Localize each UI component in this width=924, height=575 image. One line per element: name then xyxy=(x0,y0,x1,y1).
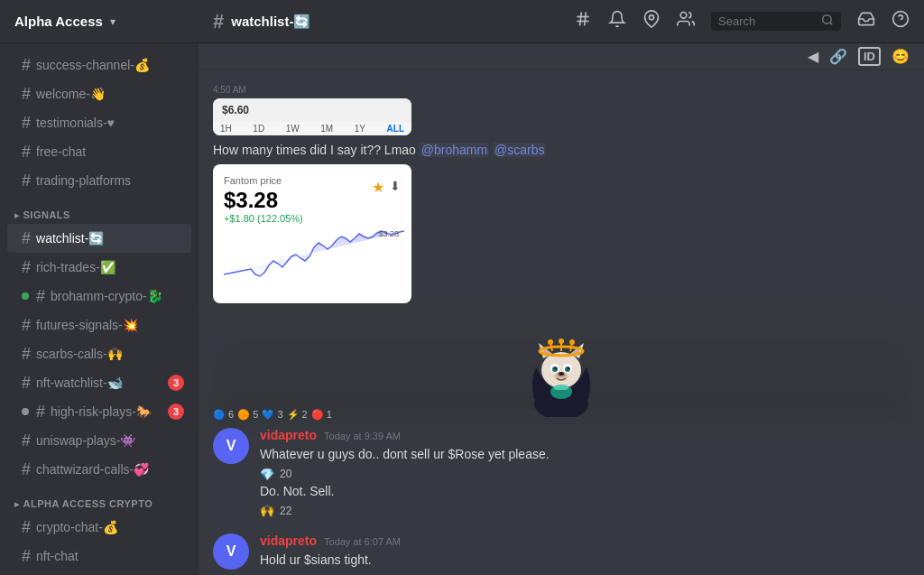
channel-item-richtrades[interactable]: # rich-trades-✅ xyxy=(7,253,191,282)
channel-item-futures[interactable]: # futures-signals-💥 xyxy=(7,311,191,339)
message-time-3: Today at 6:07 AM xyxy=(324,536,401,547)
download-icon[interactable]: ⬇ xyxy=(390,179,401,196)
server-name: Alpha Access xyxy=(14,14,103,29)
message-group-3: V vidapreto Today at 6:07 AM Hold ur $si… xyxy=(213,533,910,573)
svg-point-21 xyxy=(548,339,553,345)
channel-item-watchlist[interactable]: # watchlist-🔄 xyxy=(7,224,191,253)
server-header[interactable]: Alpha Access ▾ xyxy=(0,14,199,29)
hash-icon: # xyxy=(22,57,31,73)
inbox-icon[interactable] xyxy=(857,10,875,32)
search-icon xyxy=(821,14,834,29)
channel-item-welcome[interactable]: # welcome-👋 xyxy=(7,79,191,108)
channel-item-trading[interactable]: # trading-platforms xyxy=(7,166,191,195)
avatar-vidapreto-2: V xyxy=(213,533,249,570)
category-label-text: SIGNALS xyxy=(23,209,70,220)
svg-point-28 xyxy=(555,367,557,369)
hash-icon: # xyxy=(22,375,31,391)
channel-name: scarbs-calls-🙌 xyxy=(36,347,184,361)
channel-name: trading-platforms xyxy=(36,173,184,188)
channel-item-uniswap[interactable]: # uniswap-plays-👾 xyxy=(7,426,191,455)
channel-item-scarbs[interactable]: # scarbs-calls-🙌 xyxy=(7,339,191,368)
channel-header-name: watchlist-🔄 xyxy=(231,14,310,30)
hashtag-icon[interactable] xyxy=(574,10,592,32)
fantom-embed: Fantom price $3.28 +$1.80 (122.05%) ★ ⬇ … xyxy=(213,164,411,303)
blurred-section: 🔵 6 🟠 5 💙 3 ⚡ 2 🔴 1 xyxy=(213,318,910,421)
category-label-text: ALPHA ACCESS CRYPTO xyxy=(23,498,153,509)
hash-icon: # xyxy=(22,144,31,160)
embed-title: Fantom price xyxy=(224,175,303,186)
channel-name: futures-signals-💥 xyxy=(36,318,184,332)
channel-item-freechat[interactable]: # free-chat xyxy=(7,137,191,166)
channel-name: high-risk-plays-🐎 xyxy=(51,404,168,419)
svg-line-7 xyxy=(830,23,833,25)
message-text-1: How many times did I say it?? Lmao @broh… xyxy=(213,143,910,157)
channel-name: chattwizard-calls-💞 xyxy=(36,462,184,477)
hash-icon: # xyxy=(22,259,31,275)
channel-name: free-chat xyxy=(36,144,184,159)
message-content-2: vidapreto Today at 9:39 AM Whatever u gu… xyxy=(260,428,910,519)
channel-item-chattwizard[interactable]: # chattwizard-calls-💞 xyxy=(7,455,191,484)
emoji-icon[interactable]: 😊 xyxy=(892,48,910,65)
category-alpha: ▸ ALPHA ACCESS CRYPTO xyxy=(0,484,199,513)
channel-name: watchlist-🔄 xyxy=(36,231,184,246)
channel-item-nftchat[interactable]: # nft-chat xyxy=(7,542,191,570)
search-bar[interactable] xyxy=(711,12,841,31)
hash-icon: # xyxy=(22,346,31,362)
channel-name: success-channel-💰 xyxy=(36,58,184,72)
channel-item-success[interactable]: # success-channel-💰 xyxy=(7,51,191,79)
star-icon[interactable]: ★ xyxy=(372,179,384,196)
hash-icon: # xyxy=(22,317,31,333)
bell-icon[interactable] xyxy=(608,10,626,32)
message-group-1: 4:50 AM $6.60 1H 1D 1W 1M 1Y ALL How ma xyxy=(213,85,910,311)
svg-point-26 xyxy=(552,366,558,372)
app-layout: # success-channel-💰 # welcome-👋 # testim… xyxy=(0,43,924,575)
hands-count: 22 xyxy=(280,505,291,517)
id-badge[interactable]: ID xyxy=(858,47,881,66)
channel-item-cryptochat[interactable]: # crypto-chat-💰 xyxy=(7,513,191,542)
reaction-row-hands: 🙌 22 xyxy=(260,504,910,517)
channel-item-highrisk[interactable]: # high-risk-plays-🐎 3 xyxy=(7,397,191,426)
svg-point-29 xyxy=(568,367,569,369)
message-line-2: Do. Not. Sell. xyxy=(260,483,910,501)
wolf-mascot xyxy=(516,318,606,421)
channel-list: # success-channel-💰 # welcome-👋 # testim… xyxy=(0,43,199,575)
embed-price: $3.28 xyxy=(224,188,303,213)
hash-icon: # xyxy=(22,548,31,564)
pin-icon[interactable] xyxy=(642,10,661,32)
back-icon[interactable]: ◀ xyxy=(808,48,818,65)
server-dropdown-icon: ▾ xyxy=(110,15,116,28)
hash-icon: # xyxy=(22,115,31,131)
channel-name: nft-watchlist-🐋 xyxy=(36,376,168,390)
hash-icon: # xyxy=(36,288,45,304)
header-actions xyxy=(574,10,910,32)
channel-item-brohamm[interactable]: # brohamm-crypto-🐉 xyxy=(7,282,191,311)
channel-item-testimonials[interactable]: # testimonials-♥ xyxy=(7,108,191,137)
price-card-top: $6.60 xyxy=(213,98,411,122)
svg-point-22 xyxy=(559,339,564,344)
channel-name: uniswap-plays-👾 xyxy=(36,433,184,448)
channel-name: welcome-👋 xyxy=(36,87,184,101)
category-collapse-icon: ▸ xyxy=(14,499,20,509)
dot-indicator xyxy=(22,408,29,415)
help-icon[interactable] xyxy=(892,10,910,32)
unread-badge: 3 xyxy=(168,403,184,420)
search-input[interactable] xyxy=(718,14,818,28)
members-icon[interactable] xyxy=(677,10,695,32)
price-chart-svg xyxy=(224,229,404,283)
channel-item-nftwatchlist[interactable]: # nft-watchlist-🐋 3 xyxy=(7,368,191,397)
embed-change: +$1.80 (122.05%) xyxy=(224,213,303,224)
message-meta-2: vidapreto Today at 9:39 AM xyxy=(260,428,910,442)
hash-icon: # xyxy=(22,432,31,449)
hash-icon: # xyxy=(22,86,31,102)
message-meta-3: vidapreto Today at 6:07 AM xyxy=(260,533,910,548)
wolf-reactions: 🔵 6 🟠 5 💙 3 ⚡ 2 🔴 1 xyxy=(213,409,332,421)
channel-header: # watchlist-🔄 xyxy=(199,0,924,43)
main-content: ◀ 🔗 ID 😊 4:50 AM $6.60 1H 1D 1W 1M xyxy=(199,43,924,575)
svg-point-27 xyxy=(565,366,570,372)
price-card: $6.60 1H 1D 1W 1M 1Y ALL xyxy=(213,98,411,135)
svg-point-12 xyxy=(541,352,581,388)
hash-icon: # xyxy=(36,403,45,420)
hash-icon: # xyxy=(22,519,31,535)
link-icon[interactable]: 🔗 xyxy=(829,48,847,65)
channel-name: rich-trades-✅ xyxy=(36,260,184,274)
